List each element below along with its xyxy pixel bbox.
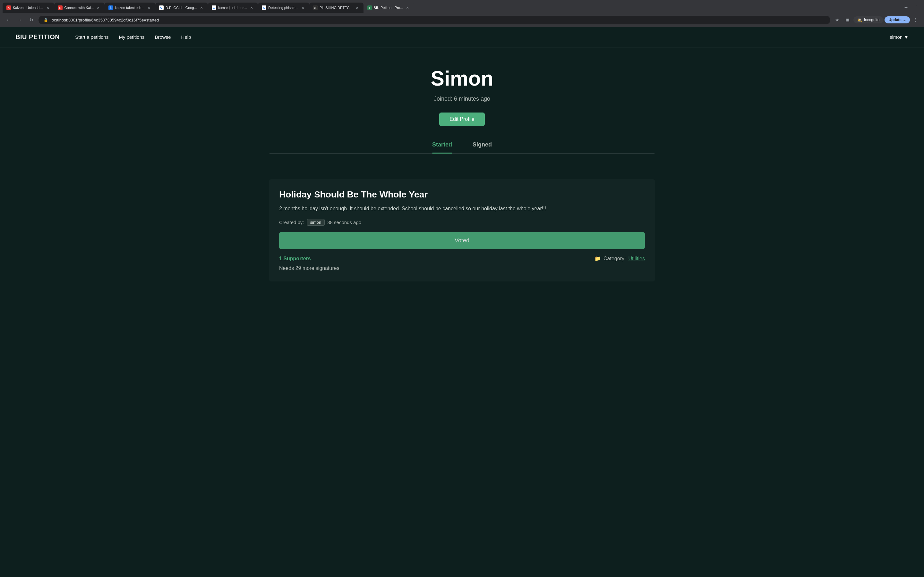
browser-tab-tab-2[interactable]: K Connect with Kai... ✕	[54, 3, 105, 13]
edit-profile-button[interactable]: Edit Profile	[439, 113, 485, 126]
petition-card: Holiday Should Be The Whole Year 2 month…	[269, 179, 655, 282]
tab-favicon: G	[159, 5, 164, 10]
nav-browse[interactable]: Browse	[155, 34, 171, 40]
tab-title: Detecting phishin...	[268, 6, 298, 10]
browser-tab-tab-1[interactable]: K Kaizen | Unleashi... ✕	[3, 3, 54, 13]
toolbar-actions: ★ ▣ 🕵 Incognito Update ⌄ ⋮	[833, 15, 920, 24]
back-button[interactable]: ←	[4, 15, 13, 24]
supporters-label: Supporters	[283, 256, 310, 261]
tab-favicon: G	[262, 5, 266, 10]
browser-chrome: K Kaizen | Unleashi... ✕ K Connect with …	[0, 0, 924, 27]
address-bar[interactable]: 🔒 localhost:3001/profile/64c350738594c2d…	[39, 16, 830, 24]
forward-button[interactable]: →	[15, 15, 24, 24]
profile-joined: Joined: 6 minutes ago	[434, 95, 490, 102]
browser-tab-tab-5[interactable]: G kumar j url detec... ✕	[208, 3, 258, 13]
app-navbar: BIU PETITION Start a petitions My petiti…	[0, 27, 924, 47]
user-dropdown-icon: ▼	[904, 34, 909, 40]
tab-close-icon[interactable]: ✕	[249, 5, 254, 10]
update-label: Update	[888, 18, 901, 22]
supporters-count: 1 Supporters	[279, 256, 311, 261]
user-menu[interactable]: simon ▼	[890, 34, 909, 40]
tab-favicon: K	[58, 5, 63, 10]
tab-title: PHISHING DETEC...	[320, 6, 352, 10]
tab-favicon: k	[108, 5, 113, 10]
petition-description: 2 months holiday isn't enough. It should…	[279, 205, 645, 213]
tab-title: BIU Petiton - Pro...	[374, 6, 403, 10]
time-ago: 38 seconds ago	[327, 219, 361, 225]
tab-favicon: SP	[313, 5, 318, 10]
incognito-label: Incognito	[864, 18, 880, 22]
petition-footer: 1 Supporters 📁 Category: Utilities	[279, 255, 645, 261]
nav-left: BIU PETITION Start a petitions My petiti…	[15, 33, 191, 41]
category-label: Category:	[604, 256, 626, 261]
tab-title: Kaizen | Unleashi...	[13, 6, 43, 10]
created-by-label: Created by:	[279, 219, 304, 225]
new-tab-button[interactable]: +	[901, 3, 911, 12]
creator-badge: simon	[307, 219, 325, 226]
tab-manager-button[interactable]: ▣	[843, 15, 852, 24]
lock-icon: 🔒	[44, 18, 48, 22]
tab-signed[interactable]: Signed	[473, 141, 492, 153]
browser-tab-tab-6[interactable]: G Detecting phishin... ✕	[258, 3, 309, 13]
category-icon: 📁	[594, 255, 601, 261]
petition-tabs: Started Signed	[270, 141, 654, 153]
app-nav-links: Start a petitions My petitions Browse He…	[75, 34, 191, 40]
app-logo[interactable]: BIU PETITION	[15, 33, 60, 41]
incognito-icon: 🕵	[857, 18, 862, 22]
update-chevron-icon: ⌄	[903, 18, 906, 22]
browser-toolbar: ← → ↻ 🔒 localhost:3001/profile/64c350738…	[0, 13, 924, 27]
browser-tabs-bar: K Kaizen | Unleashi... ✕ K Connect with …	[0, 0, 924, 13]
voted-button[interactable]: Voted	[279, 232, 645, 249]
tab-favicon: G	[212, 5, 216, 10]
incognito-indicator: 🕵 Incognito	[853, 16, 884, 23]
user-name: simon	[890, 34, 903, 40]
nav-start-petitions[interactable]: Start a petitions	[75, 34, 108, 40]
tab-title: kaizen talent edit...	[115, 6, 144, 10]
browser-tab-tab-7[interactable]: SP PHISHING DETEC... ✕	[309, 3, 363, 13]
browser-tab-tab-4[interactable]: G D.E. GCIH - Goog... ✕	[155, 3, 208, 13]
main-content: Holiday Should Be The Whole Year 2 month…	[254, 169, 670, 300]
url-text: localhost:3001/profile/64c350738594c2df0…	[51, 18, 159, 23]
tab-close-icon[interactable]: ✕	[300, 5, 305, 10]
tab-close-icon[interactable]: ✕	[45, 5, 50, 10]
tab-started[interactable]: Started	[432, 141, 452, 153]
tab-close-icon[interactable]: ✕	[95, 5, 101, 10]
supporters-number: 1	[279, 256, 282, 261]
update-button[interactable]: Update ⌄	[885, 16, 910, 23]
category-info: 📁 Category: Utilities	[594, 255, 645, 261]
tab-title: Connect with Kai...	[65, 6, 94, 10]
tab-close-icon[interactable]: ✕	[146, 5, 152, 10]
tab-favicon: B	[367, 5, 372, 10]
browser-tab-tab-8[interactable]: B BIU Petiton - Pro... ✕	[363, 3, 414, 13]
tab-title: D.E. GCIH - Goog...	[166, 6, 197, 10]
needs-signatures: Needs 29 more signatures	[279, 266, 645, 271]
nav-my-petitions[interactable]: My petitions	[119, 34, 144, 40]
petition-title: Holiday Should Be The Whole Year	[279, 189, 645, 200]
more-options-button[interactable]: ⋮	[911, 15, 920, 24]
bookmark-button[interactable]: ★	[833, 15, 842, 24]
reload-button[interactable]: ↻	[27, 15, 36, 24]
category-link[interactable]: Utilities	[628, 256, 645, 261]
tab-title: kumar j url detec...	[218, 6, 247, 10]
tab-close-icon[interactable]: ✕	[355, 5, 360, 10]
tab-favicon: K	[6, 5, 11, 10]
tab-close-icon[interactable]: ✕	[405, 5, 410, 10]
minimize-button[interactable]: ⋮	[913, 4, 919, 11]
tab-close-icon[interactable]: ✕	[199, 5, 204, 10]
browser-tab-tab-3[interactable]: k kaizen talent edit... ✕	[105, 3, 155, 13]
profile-section: Simon Joined: 6 minutes ago Edit Profile…	[0, 47, 924, 169]
nav-help[interactable]: Help	[181, 34, 191, 40]
profile-name: Simon	[431, 67, 493, 90]
petition-meta: Created by: simon 38 seconds ago	[279, 219, 645, 226]
